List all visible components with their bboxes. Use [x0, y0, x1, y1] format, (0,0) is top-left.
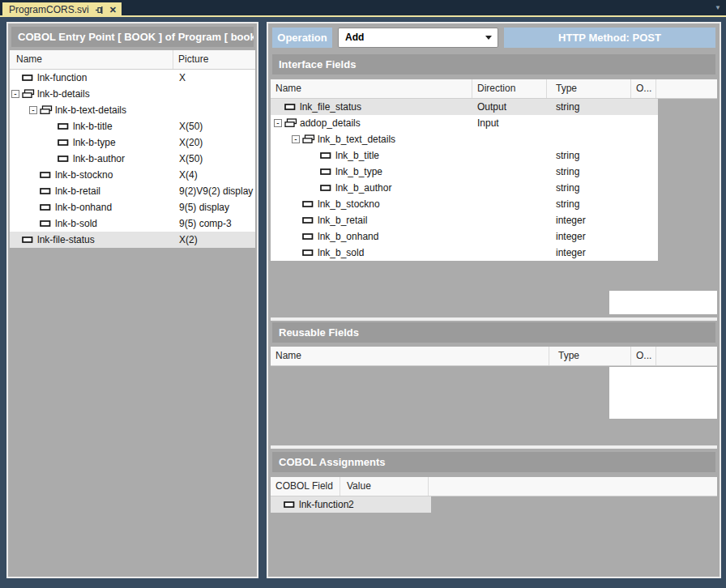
- tree-row-lnk-file-status[interactable]: lnk-file-statusX(2): [10, 232, 255, 248]
- operation-select[interactable]: Add: [338, 28, 498, 48]
- tree-row-lnk_b_retail[interactable]: lnk_b_retailinteger: [271, 212, 658, 228]
- row-type-value: string: [556, 196, 579, 212]
- row-name-label: lnk_b_title: [335, 147, 379, 164]
- tab-list-dropdown-icon[interactable]: ▼: [715, 5, 721, 11]
- column-header-direction[interactable]: Direction: [472, 79, 547, 98]
- tree-row-lnk_b_author[interactable]: lnk_b_authorstring: [271, 180, 658, 196]
- cobol-assignments-section: COBOL Assignments COBOL Field Value lnk-…: [271, 449, 717, 574]
- row-name-label: lnk-b-details: [37, 86, 90, 102]
- tree-expander-icon[interactable]: -: [29, 106, 37, 114]
- row-name-label: lnk-b-retail: [55, 183, 100, 199]
- tree-row-lnk-function[interactable]: lnk-functionX: [10, 70, 255, 86]
- tree-row-lnk-b-title[interactable]: lnk-b-titleX(50): [10, 118, 255, 134]
- field-icon: [320, 151, 331, 162]
- group-icon: [40, 105, 53, 117]
- row-name-label: lnk_file_status: [300, 99, 361, 115]
- row-picture-value: 9(2)V9(2) display: [179, 183, 253, 199]
- left-grid-header: Name Picture: [10, 50, 255, 70]
- field-icon: [302, 248, 314, 259]
- tree-expander-icon[interactable]: -: [292, 135, 300, 143]
- row-type-value: integer: [556, 245, 586, 261]
- row-name-label: lnk-file-status: [37, 232, 95, 248]
- column-header-value[interactable]: Value: [340, 477, 429, 496]
- row-type-value: integer: [556, 212, 586, 228]
- column-header-filler: [429, 477, 717, 496]
- cobol-assignments-list: lnk-function2: [271, 496, 717, 513]
- group-icon: [302, 134, 315, 147]
- tree-row-lnk_b_text_details[interactable]: -lnk_b_text_details: [271, 131, 658, 147]
- field-icon: [40, 202, 51, 214]
- row-name-label: lnk-b-onhand: [55, 199, 112, 215]
- row-direction-value: Input: [477, 115, 499, 131]
- operation-selected-value: Add: [345, 32, 364, 43]
- row-type-value: string: [556, 99, 579, 115]
- tree-row-lnk_b_sold[interactable]: lnk_b_soldinteger: [271, 245, 658, 261]
- tree-row-lnk-b-type[interactable]: lnk-b-typeX(20): [10, 134, 255, 151]
- field-icon: [284, 500, 295, 511]
- field-icon: [40, 170, 51, 181]
- tree-row-lnk-b-author[interactable]: lnk-b-authorX(50): [10, 151, 255, 167]
- tree-row-lnk-function[interactable]: lnk-function2: [271, 496, 431, 513]
- operation-label: Operation: [272, 28, 332, 48]
- column-header-cobol-field[interactable]: COBOL Field: [271, 477, 340, 496]
- tree-row-lnk_file_status[interactable]: lnk_file_statusOutputstring: [271, 99, 658, 115]
- field-icon: [302, 215, 314, 227]
- row-picture-value: X(4): [179, 167, 198, 183]
- row-picture-value: X(20): [179, 134, 203, 151]
- tree-row-lnk_b_stockno[interactable]: lnk_b_stocknostring: [271, 196, 658, 212]
- close-icon[interactable]: ✕: [109, 6, 117, 15]
- column-header-filler: [656, 347, 717, 365]
- tab-programcors[interactable]: ProgramCORS.svi ✕: [2, 2, 122, 17]
- reusable-grid-header: Name Type O...: [271, 347, 717, 366]
- row-name-label: lnk_b_type: [335, 164, 382, 180]
- row-name-label: lnk-function: [299, 496, 348, 513]
- empty-area: [609, 367, 717, 419]
- row-name-label: lnk_b_author: [335, 180, 391, 196]
- field-icon: [58, 138, 69, 149]
- tree-expander-icon[interactable]: -: [274, 119, 282, 127]
- row-type-value: integer: [556, 228, 586, 245]
- tree-row-lnk-b-sold[interactable]: lnk-b-sold9(5) comp-3: [10, 215, 255, 232]
- row-name-label: lnk_b_sold: [318, 245, 364, 261]
- tree-row-lnk-b-text-details[interactable]: -lnk-b-text-details: [10, 102, 255, 118]
- tree-row-lnk_b_title[interactable]: lnk_b_titlestring: [271, 147, 658, 164]
- field-icon: [320, 167, 331, 178]
- field-icon: [284, 102, 296, 113]
- field-icon: [58, 121, 69, 133]
- tree-row-lnk-b-stockno[interactable]: lnk-b-stocknoX(4): [10, 167, 255, 183]
- pin-icon[interactable]: [95, 6, 104, 15]
- tree-row-lnk_b_onhand[interactable]: lnk_b_onhandinteger: [271, 228, 658, 245]
- column-header-type[interactable]: Type: [549, 347, 631, 365]
- tree-row-lnk-b-details[interactable]: -lnk-b-details: [10, 86, 255, 102]
- row-type-value: string: [556, 147, 579, 164]
- field-icon: [58, 154, 69, 165]
- interface-grid-header: Name Direction Type O...: [271, 79, 717, 99]
- row-name-label: lnk-function: [37, 70, 87, 86]
- operation-panel: Operation Add HTTP Method: POST Interfac…: [267, 22, 721, 578]
- row-picture-value: X: [179, 70, 186, 86]
- row-direction-value: Output: [477, 99, 506, 115]
- operation-toolbar: Operation Add HTTP Method: POST: [272, 27, 715, 48]
- row-name-label: lnk_b_onhand: [318, 228, 378, 245]
- tree-expander-icon[interactable]: -: [11, 90, 19, 98]
- row-picture-value: X(50): [179, 151, 203, 167]
- field-icon: [320, 183, 331, 194]
- tab-bar: ProgramCORS.svi ✕ ▼: [0, 0, 726, 17]
- column-header-name[interactable]: Name: [271, 79, 472, 98]
- column-header-name[interactable]: Name: [271, 347, 549, 365]
- column-header-name[interactable]: Name: [10, 50, 173, 69]
- group-icon: [284, 118, 297, 130]
- cobol-grid-header: COBOL Field Value: [271, 477, 717, 496]
- tree-row-lnk-b-retail[interactable]: lnk-b-retail9(2)V9(2) display: [10, 183, 255, 199]
- tree-row-lnk_b_type[interactable]: lnk_b_typestring: [271, 164, 658, 180]
- field-icon: [22, 73, 33, 84]
- tree-row-lnk-b-onhand[interactable]: lnk-b-onhand9(5) display: [10, 199, 255, 215]
- column-header-occurs[interactable]: O...: [631, 79, 656, 98]
- tree-row-addop_details[interactable]: -addop_detailsInput: [271, 115, 658, 131]
- row-picture-value: X(50): [179, 118, 203, 134]
- column-header-type[interactable]: Type: [547, 79, 631, 98]
- column-header-picture[interactable]: Picture: [173, 50, 255, 69]
- column-header-occurs[interactable]: O...: [631, 347, 656, 365]
- cobol-entry-point-panel: COBOL Entry Point [ BOOK ] of Program [ …: [6, 22, 258, 578]
- row-type-value: string: [556, 164, 579, 180]
